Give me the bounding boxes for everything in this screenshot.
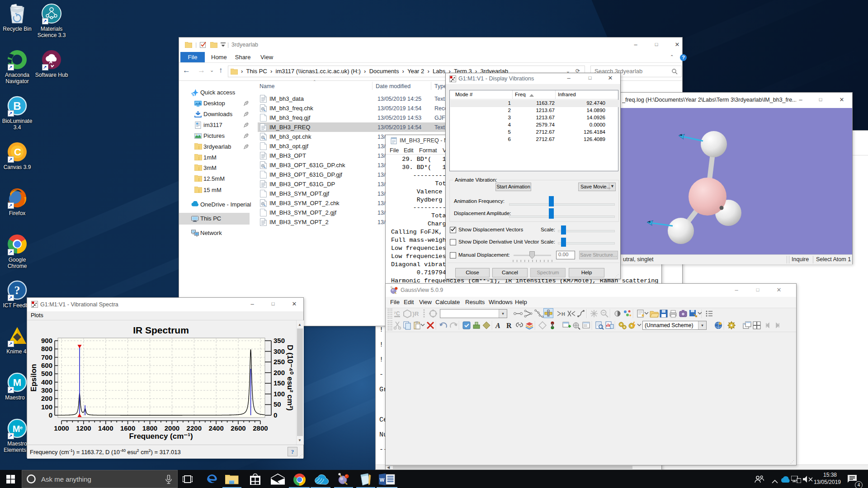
svg-text:⁷C: ⁷C (394, 310, 400, 317)
svg-text:H: H (561, 311, 565, 317)
svg-text:1800: 1800 (142, 424, 157, 432)
svg-text:100: 100 (274, 390, 285, 398)
svg-text:300: 300 (41, 386, 52, 394)
svg-text:150: 150 (274, 379, 285, 387)
svg-text:300: 300 (274, 347, 285, 355)
svg-text:Frequency (cm⁻¹): Frequency (cm⁻¹) (129, 432, 193, 441)
svg-text:e: e (20, 425, 23, 430)
svg-text:2400: 2400 (208, 424, 223, 432)
svg-text:?: ? (14, 284, 20, 297)
svg-text:600: 600 (41, 361, 52, 369)
svg-text:0: 0 (274, 411, 277, 419)
svg-text:M: M (13, 424, 20, 434)
svg-text:C: C (14, 146, 21, 158)
svg-text:}R: }R (412, 310, 419, 317)
svg-text:2800: 2800 (253, 424, 268, 432)
svg-text:200: 200 (41, 394, 52, 402)
svg-text:2200: 2200 (187, 424, 202, 432)
svg-text:800: 800 (41, 345, 52, 352)
svg-text:Epsilon: Epsilon (29, 364, 38, 391)
svg-text:D (10⁻⁴⁰ esu² cm²): D (10⁻⁴⁰ esu² cm²) (286, 345, 294, 411)
svg-text:1200: 1200 (76, 424, 91, 432)
svg-text:IR Spectrum: IR Spectrum (133, 325, 189, 335)
svg-text:1400: 1400 (98, 424, 113, 432)
svg-text:200: 200 (274, 369, 285, 376)
svg-text:2600: 2600 (231, 424, 245, 432)
svg-text:350: 350 (274, 337, 285, 344)
svg-text:50: 50 (274, 400, 281, 408)
svg-text:R: R (506, 322, 512, 329)
svg-text:400: 400 (41, 378, 52, 386)
svg-text:250: 250 (274, 358, 285, 366)
svg-text:500: 500 (41, 370, 52, 377)
svg-text:1000: 1000 (54, 424, 69, 432)
svg-text:100: 100 (41, 403, 52, 411)
svg-text:900: 900 (41, 337, 52, 344)
svg-text:0: 0 (49, 411, 52, 419)
svg-text:B: B (13, 100, 21, 112)
svg-text:1600: 1600 (120, 424, 135, 432)
svg-text:2000: 2000 (165, 424, 179, 432)
svg-text:700: 700 (41, 353, 52, 361)
svg-text:A: A (495, 322, 500, 329)
svg-text:M: M (13, 377, 21, 388)
svg-text:W: W (380, 477, 385, 483)
